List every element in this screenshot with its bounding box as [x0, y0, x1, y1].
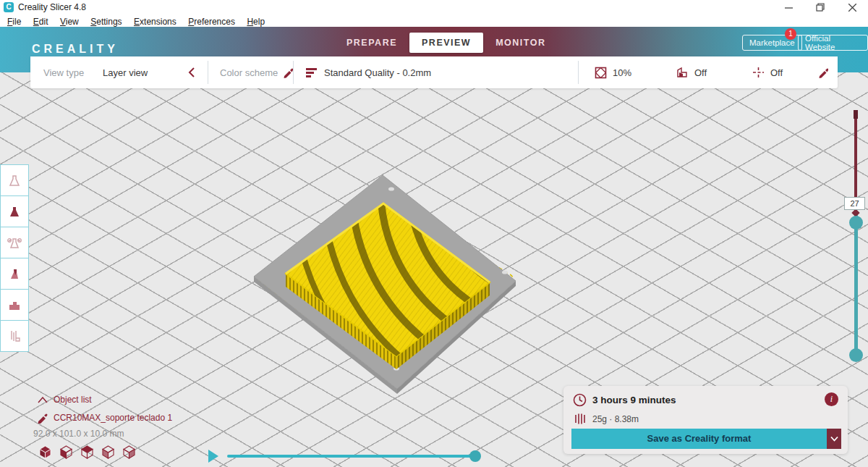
timeline-knob[interactable]	[469, 450, 481, 462]
support-mesh-icon	[7, 204, 22, 219]
infill-mesh-icon	[7, 329, 22, 343]
restore-icon	[816, 3, 825, 12]
support-value: Off	[694, 67, 707, 78]
color-scheme-edit[interactable]	[282, 56, 293, 88]
object-name-row[interactable]: CCR10MAX_soporte teclado 1	[36, 412, 172, 424]
layer-slider-top-handle[interactable]	[854, 110, 858, 119]
notification-badge: 1	[785, 28, 796, 40]
infill-value: 10%	[613, 67, 631, 78]
menu-edit[interactable]: Edit	[29, 16, 53, 28]
plate-hole	[388, 187, 394, 190]
view-3d-button[interactable]	[38, 445, 53, 460]
view-front-button[interactable]	[59, 445, 74, 460]
tool-sidebar	[0, 165, 29, 352]
chevron-down-icon	[830, 436, 838, 442]
antioverhang-mesh-icon	[7, 266, 22, 281]
menu-file[interactable]: File	[3, 16, 25, 28]
support-setting[interactable]: Off	[676, 56, 707, 88]
print-summary-panel: 3 hours 9 minutes 25g · 8.38m i Save as …	[563, 386, 848, 454]
quality-setting[interactable]: Standard Quality - 0.2mm	[305, 56, 431, 88]
restore-button[interactable]	[804, 0, 836, 14]
infill-setting[interactable]: 10%	[595, 56, 631, 88]
material-usage: 25g · 8.38m	[592, 414, 639, 424]
minimize-icon	[785, 4, 793, 12]
tool-dont-support-overlaps[interactable]	[0, 258, 29, 290]
save-button[interactable]: Save as Creality format	[571, 429, 827, 449]
object-list-label: Object list	[54, 395, 92, 405]
object-list-toggle[interactable]: Object list	[38, 395, 92, 405]
plate-hole	[502, 270, 508, 274]
tab-monitor[interactable]: MONITOR	[483, 33, 558, 53]
app-logo-icon: C	[4, 2, 14, 12]
menu-help[interactable]: Help	[242, 16, 269, 28]
creality-logo: CREALITY	[32, 43, 119, 56]
infill-icon	[595, 67, 607, 79]
caret-up-icon	[38, 397, 48, 403]
view-right-button[interactable]	[122, 445, 137, 460]
print-settings-edit[interactable]	[817, 56, 828, 88]
view-type-label: View type	[43, 67, 84, 78]
clock-icon	[573, 393, 587, 407]
layers-icon	[305, 67, 318, 78]
menu-bar: File Edit View Settings Extensions Prefe…	[0, 14, 868, 27]
object-name: CCR10MAX_soporte teclado 1	[54, 413, 172, 423]
save-dropdown-button[interactable]	[827, 429, 841, 449]
mesh-tool-icon	[7, 173, 22, 188]
preview-toolbar: View type Layer view Color scheme Standa…	[30, 56, 838, 88]
pencil-icon	[36, 412, 48, 424]
color-scheme-label: Color scheme	[220, 67, 278, 78]
info-icon[interactable]: i	[825, 392, 838, 406]
menu-extensions[interactable]: Extensions	[129, 16, 181, 28]
view-top-button[interactable]	[80, 445, 95, 460]
adhesion-value: Off	[770, 67, 783, 78]
chevron-left-icon	[188, 67, 195, 77]
view-type-collapse[interactable]	[188, 56, 195, 88]
tool-per-model-steps[interactable]	[0, 289, 29, 321]
app-title: Creality Slicer 4.8	[18, 2, 86, 12]
adhesion-setting[interactable]: Off	[752, 56, 783, 88]
close-icon	[848, 4, 856, 12]
layer-number-label: 27	[844, 197, 865, 210]
pencil-icon	[282, 67, 293, 78]
close-button[interactable]	[836, 0, 868, 14]
tab-preview[interactable]: PREVIEW	[409, 33, 483, 53]
support-icon	[676, 67, 689, 78]
tool-infill-mesh[interactable]	[0, 320, 29, 352]
view-type-value: Layer view	[103, 67, 148, 78]
tool-print-as-support[interactable]	[0, 195, 29, 227]
print-time: 3 hours 9 minutes	[592, 395, 676, 405]
tool-normal-mesh[interactable]	[0, 164, 29, 196]
menu-settings[interactable]: Settings	[86, 16, 126, 28]
object-dimensions: 92.0 x 101.0 x 10.0 mm	[33, 429, 124, 439]
view-left-button[interactable]	[101, 445, 116, 460]
layer-slider-track-lower[interactable]	[854, 214, 858, 356]
quality-value: Standard Quality - 0.2mm	[324, 67, 431, 78]
menu-preferences[interactable]: Preferences	[184, 16, 239, 28]
play-button[interactable]	[208, 450, 218, 463]
title-bar: C Creality Slicer 4.8	[0, 0, 868, 14]
view-orientation-buttons	[38, 445, 137, 460]
official-website-button[interactable]: Official Website	[798, 35, 868, 51]
layer-slider-upper-knob[interactable]	[849, 216, 863, 230]
pencil-icon	[817, 67, 828, 78]
stage-tabs: PREPARE PREVIEW MONITOR	[334, 33, 558, 53]
tab-prepare[interactable]: PREPARE	[334, 33, 409, 53]
steps-icon	[7, 298, 22, 312]
overlap-mesh-icon	[7, 235, 22, 250]
layer-slider-lower-knob[interactable]	[849, 348, 863, 362]
menu-view[interactable]: View	[56, 16, 83, 28]
view-type-select[interactable]: Layer view	[103, 56, 148, 88]
tool-modify-overlaps[interactable]	[0, 227, 29, 258]
filament-icon	[575, 413, 587, 424]
adhesion-icon	[752, 67, 765, 78]
minimize-button[interactable]	[773, 0, 804, 14]
path-timeline-slider[interactable]	[227, 455, 476, 458]
